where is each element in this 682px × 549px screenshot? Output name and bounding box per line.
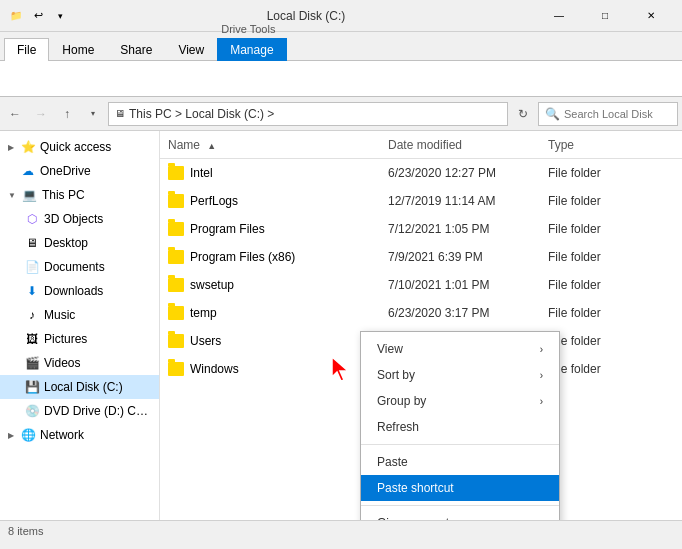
quick-access-toolbar-undo[interactable]: ↩ xyxy=(30,8,46,24)
folder-icon xyxy=(168,166,184,180)
folder-icon xyxy=(168,334,184,348)
table-row[interactable]: PerfLogs 12/7/2019 11:14 AM File folder xyxy=(160,187,682,215)
sidebar-label-pictures: Pictures xyxy=(44,332,87,346)
menu-separator xyxy=(361,505,559,506)
menu-item-paste-shortcut[interactable]: Paste shortcut xyxy=(361,475,559,501)
sidebar-item-this-pc[interactable]: ▼ 💻 This PC xyxy=(0,183,159,207)
file-content-area: Name ▲ Date modified Type Intel 6/23/202… xyxy=(160,131,682,520)
file-type: File folder xyxy=(548,306,674,320)
sidebar-item-network[interactable]: ▶ 🌐 Network xyxy=(0,423,159,447)
tab-view[interactable]: View xyxy=(165,38,217,61)
menu-item-view[interactable]: View› xyxy=(361,336,559,362)
file-date: 7/9/2021 6:39 PM xyxy=(388,250,548,264)
forward-button[interactable]: → xyxy=(30,103,52,125)
file-name-label: Intel xyxy=(190,166,213,180)
menu-item-label: View xyxy=(377,342,403,356)
address-path-text: This PC > Local Disk (C:) > xyxy=(129,107,274,121)
sidebar-item-desktop[interactable]: 🖥 Desktop xyxy=(0,231,159,255)
menu-item-refresh[interactable]: Refresh xyxy=(361,414,559,440)
drive-tools-label: Drive Tools xyxy=(221,23,275,35)
submenu-arrow: › xyxy=(540,370,543,381)
folder-icon xyxy=(168,250,184,264)
file-date: 6/23/2020 12:27 PM xyxy=(388,166,548,180)
folder-icon xyxy=(168,194,184,208)
menu-item-sort-by[interactable]: Sort by› xyxy=(361,362,559,388)
expand-icon: ▼ xyxy=(8,191,16,200)
sidebar-label-this-pc: This PC xyxy=(42,188,85,202)
submenu-arrow: › xyxy=(540,518,543,521)
documents-icon: 📄 xyxy=(24,259,40,275)
expand-icon: ▶ xyxy=(8,431,14,440)
col-header-name[interactable]: Name ▲ xyxy=(168,138,388,152)
sidebar-item-dvd-drive[interactable]: 💿 DVD Drive (D:) CCS… xyxy=(0,399,159,423)
pictures-icon: 🖼 xyxy=(24,331,40,347)
sidebar-label-3d-objects: 3D Objects xyxy=(44,212,103,226)
tab-share[interactable]: Share xyxy=(107,38,165,61)
column-headers: Name ▲ Date modified Type xyxy=(160,131,682,159)
table-row[interactable]: temp 6/23/2020 3:17 PM File folder xyxy=(160,299,682,327)
table-row[interactable]: Intel 6/23/2020 12:27 PM File folder xyxy=(160,159,682,187)
sidebar-item-documents[interactable]: 📄 Documents xyxy=(0,255,159,279)
sidebar-item-music[interactable]: ♪ Music xyxy=(0,303,159,327)
system-icon: 📁 xyxy=(8,8,24,24)
menu-item-label: Paste shortcut xyxy=(377,481,454,495)
search-icon: 🔍 xyxy=(545,107,560,121)
folder-icon xyxy=(168,306,184,320)
sidebar-item-3d-objects[interactable]: ⬡ 3D Objects xyxy=(0,207,159,231)
col-header-type[interactable]: Type xyxy=(548,138,674,152)
back-button[interactable]: ← xyxy=(4,103,26,125)
sidebar-label-network: Network xyxy=(40,428,84,442)
sidebar-label-music: Music xyxy=(44,308,75,322)
file-name-label: PerfLogs xyxy=(190,194,238,208)
folder-icon xyxy=(168,222,184,236)
3d-objects-icon: ⬡ xyxy=(24,211,40,227)
file-name-label: swsetup xyxy=(190,278,234,292)
quick-access-toolbar-arrow[interactable]: ▾ xyxy=(52,8,68,24)
menu-item-give-access[interactable]: Give access to› xyxy=(361,510,559,520)
videos-icon: 🎬 xyxy=(24,355,40,371)
local-disk-icon: 💾 xyxy=(24,379,40,395)
sidebar-item-pictures[interactable]: 🖼 Pictures xyxy=(0,327,159,351)
menu-item-label: Paste xyxy=(377,455,408,469)
address-bar[interactable]: 🖥 This PC > Local Disk (C:) > xyxy=(108,102,508,126)
ribbon-content xyxy=(0,60,682,96)
sidebar-item-videos[interactable]: 🎬 Videos xyxy=(0,351,159,375)
tab-file[interactable]: File xyxy=(4,38,49,61)
main-layout: ▶ ⭐ Quick access ▶ ☁ OneDrive ▼ 💻 This P… xyxy=(0,131,682,520)
menu-item-label: Give access to xyxy=(377,516,456,520)
folder-icon xyxy=(168,362,184,376)
window-title: Local Disk (C:) xyxy=(76,9,536,23)
table-row[interactable]: Program Files (x86) 7/9/2021 6:39 PM Fil… xyxy=(160,243,682,271)
tab-manage[interactable]: Manage xyxy=(217,38,286,61)
search-input[interactable] xyxy=(564,108,671,120)
recent-locations-button[interactable]: ▾ xyxy=(82,103,104,125)
file-type: File folder xyxy=(548,166,674,180)
table-row[interactable]: swsetup 7/10/2021 1:01 PM File folder xyxy=(160,271,682,299)
network-icon: 🌐 xyxy=(20,427,36,443)
item-count: 8 items xyxy=(8,525,43,537)
file-type: File folder xyxy=(548,334,674,348)
search-box[interactable]: 🔍 xyxy=(538,102,678,126)
table-row[interactable]: Program Files 7/12/2021 1:05 PM File fol… xyxy=(160,215,682,243)
sidebar-item-local-disk[interactable]: 💾 Local Disk (C:) xyxy=(0,375,159,399)
file-name-label: Program Files (x86) xyxy=(190,250,295,264)
refresh-button[interactable]: ↻ xyxy=(512,103,534,125)
sidebar-label-quick-access: Quick access xyxy=(40,140,111,154)
menu-item-label: Group by xyxy=(377,394,426,408)
up-button[interactable]: ↑ xyxy=(56,103,78,125)
menu-item-paste[interactable]: Paste xyxy=(361,449,559,475)
file-type: File folder xyxy=(548,278,674,292)
sidebar-item-downloads[interactable]: ⬇ Downloads xyxy=(0,279,159,303)
sidebar-item-onedrive[interactable]: ▶ ☁ OneDrive xyxy=(0,159,159,183)
address-path-icon: 🖥 xyxy=(115,108,125,119)
title-bar-icons: 📁 ↩ ▾ xyxy=(8,8,68,24)
tab-home[interactable]: Home xyxy=(49,38,107,61)
downloads-icon: ⬇ xyxy=(24,283,40,299)
file-date: 12/7/2019 11:14 AM xyxy=(388,194,548,208)
file-date: 7/12/2021 1:05 PM xyxy=(388,222,548,236)
col-header-date[interactable]: Date modified xyxy=(388,138,548,152)
sidebar-label-documents: Documents xyxy=(44,260,105,274)
sort-arrow: ▲ xyxy=(207,141,216,151)
sidebar-item-quick-access[interactable]: ▶ ⭐ Quick access xyxy=(0,135,159,159)
menu-item-group-by[interactable]: Group by› xyxy=(361,388,559,414)
